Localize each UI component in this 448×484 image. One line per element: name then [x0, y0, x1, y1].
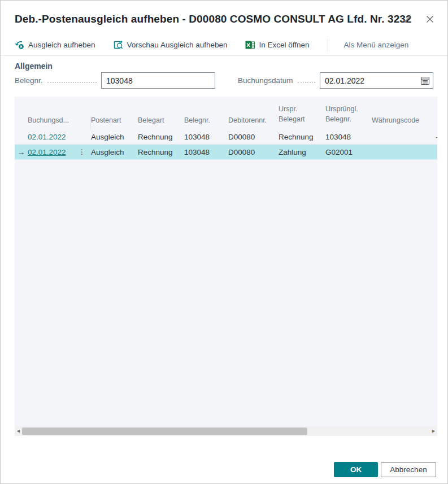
cancel-button[interactable]: Abbrechen [381, 462, 436, 477]
page-title: Deb.-Postenausgleich aufheben - D00080 C… [15, 13, 412, 25]
action-label: Ausgleich aufheben [28, 41, 95, 49]
posting-date-link[interactable]: 02.01.2022 [28, 133, 66, 141]
posting-date-link[interactable]: 02.01.2022 [28, 148, 66, 156]
column-header-urspr-belegart[interactable]: Urspr.Belegart [279, 104, 325, 129]
scroll-right-icon[interactable]: ► [430, 426, 437, 436]
column-header-debitorennr[interactable]: Debitorennr. [228, 116, 279, 129]
table-row[interactable]: 02.01.2022 Ausgleich Rechnung 103048 D00… [15, 129, 437, 145]
cell-belegart: Rechnung [138, 129, 184, 144]
action-label: In Excel öffnen [259, 41, 309, 49]
action-label: Vorschau Ausgleich aufheben [127, 41, 228, 49]
action-bar: Ausgleich aufheben Vorschau Ausgleich au… [1, 34, 447, 56]
open-in-excel-action[interactable]: In Excel öffnen [245, 40, 309, 50]
scroll-left-icon[interactable]: ◄ [15, 426, 22, 436]
cell-postenart: Ausgleich [91, 129, 138, 144]
preview-unapply-action[interactable]: Vorschau Ausgleich aufheben [114, 40, 228, 50]
cell-debitorennr: D00080 [228, 129, 279, 144]
unapply-entries-action[interactable]: Ausgleich aufheben [15, 40, 95, 50]
row-selection-cell[interactable] [15, 129, 28, 144]
cell-urspr-belegart: Rechnung [279, 129, 325, 144]
column-header-belegart[interactable]: Belegart [138, 116, 184, 129]
cell-waehrungscode [372, 129, 427, 144]
preview-unapply-icon [114, 40, 123, 50]
entries-table: Buchungsd... Postenart Belegart Belegnr.… [15, 97, 437, 436]
column-header-postenart[interactable]: Postenart [91, 116, 138, 129]
column-header-belegnr[interactable]: Belegnr. [184, 116, 228, 129]
column-header-waehrungscode[interactable]: Währungscode [372, 116, 427, 129]
dotted-leader [47, 82, 97, 83]
scrollbar-thumb[interactable] [22, 428, 307, 435]
truncated-value: - [436, 133, 438, 141]
dotted-leader [298, 82, 315, 83]
dialog-footer: OK Abbrechen [1, 454, 447, 483]
unapply-customer-entries-dialog: Deb.-Postenausgleich aufheben - D00080 C… [0, 0, 448, 484]
cell-waehrungscode [372, 145, 427, 159]
row-menu-icon[interactable]: ⋮ [79, 149, 85, 155]
table-row-selected[interactable]: → 02.01.2022 ⋮ Ausgleich Rechnung 103048… [15, 145, 437, 160]
toolbar-divider [328, 39, 328, 51]
cell-urspruengl-belegnr: G02001 [325, 145, 372, 159]
calendar-icon[interactable] [420, 76, 430, 85]
cell-debitorennr: D00080 [228, 145, 279, 159]
cell-postenart: Ausgleich [91, 145, 138, 159]
header-selection-cell [15, 124, 28, 129]
horizontal-scrollbar[interactable]: ◄ ► [15, 426, 437, 436]
close-icon[interactable] [425, 14, 435, 24]
cell-urspruengl-belegnr: 103048 [325, 129, 372, 144]
action-label: Als Menü anzeigen [344, 41, 409, 49]
cell-belegnr: 103048 [184, 129, 228, 144]
show-as-menu-action[interactable]: Als Menü anzeigen [344, 41, 409, 49]
posting-date-label: Buchungsdatum [238, 76, 293, 85]
posting-date-field: Buchungsdatum [238, 72, 433, 89]
current-row-indicator: → [15, 145, 28, 159]
column-header-urspruengl-belegnr[interactable]: Ursprüngl.Belegnr. [325, 104, 372, 129]
ok-button[interactable]: OK [334, 462, 378, 477]
cell-belegnr: 103048 [184, 145, 228, 159]
column-header-buchungsdatum[interactable]: Buchungsd... [28, 116, 91, 129]
table-header-row: Buchungsd... Postenart Belegart Belegnr.… [15, 97, 437, 129]
general-section-title: Allgemein [15, 62, 53, 71]
document-no-input[interactable] [101, 72, 215, 89]
cell-belegart: Rechnung [138, 145, 184, 159]
unapply-icon [15, 40, 24, 50]
document-no-field: Belegnr. [15, 72, 215, 89]
excel-icon [245, 40, 255, 50]
title-bar: Deb.-Postenausgleich aufheben - D00080 C… [1, 1, 447, 33]
cell-urspr-belegart: Zahlung [279, 145, 325, 159]
scrollbar-track[interactable] [22, 426, 430, 436]
document-no-label: Belegnr. [15, 76, 43, 85]
arrow-right-icon: → [18, 147, 25, 156]
expand-icon[interactable] [402, 14, 412, 24]
posting-date-input[interactable] [320, 72, 433, 89]
